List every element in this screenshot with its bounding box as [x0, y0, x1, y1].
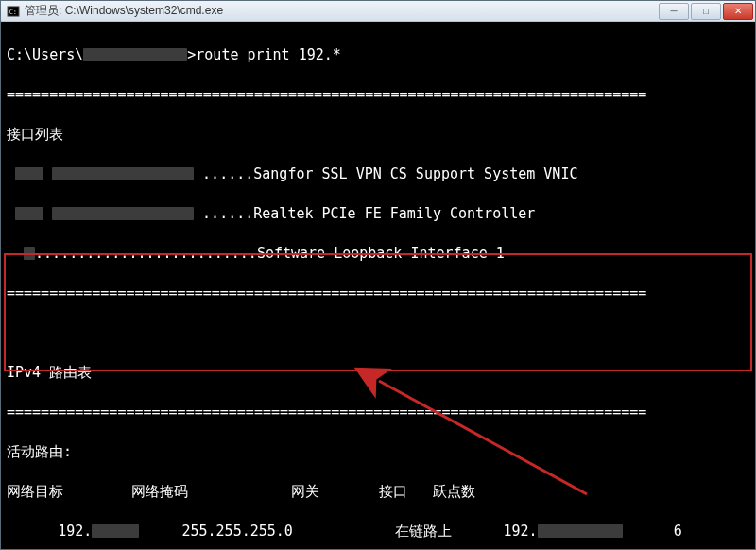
close-button[interactable]: ✕: [723, 3, 753, 20]
prompt-line: C:\Users\>route print 192.*: [7, 45, 749, 65]
minimize-button[interactable]: ─: [659, 3, 689, 20]
svg-text:C:: C:: [9, 8, 17, 15]
svg-line-2: [379, 381, 587, 494]
redacted-username: [83, 48, 187, 61]
route-highlight-box: [4, 253, 752, 371]
route-columns-header: 网络目标 网络掩码 网关 接口 跃点数: [7, 482, 749, 502]
route-row-0: 192. 255.255.255.0 在链路上 192. 6: [7, 522, 749, 541]
command-text: route print 192.*: [196, 46, 341, 63]
iface-row-1: ......Realtek PCIe FE Family Controller: [7, 204, 749, 224]
window-title: 管理员: C:\Windows\system32\cmd.exe: [25, 3, 657, 19]
iface-row-0: ......Sangfor SSL VPN CS Support System …: [7, 164, 749, 184]
cmd-icon: C:: [7, 5, 20, 18]
interface-list-header: 接口列表: [7, 125, 749, 145]
ipv4-route-table-header: IPv4 路由表: [7, 363, 749, 383]
iface-row-2: ..........................Software Loopb…: [7, 244, 749, 264]
cmd-window: C: 管理员: C:\Windows\system32\cmd.exe ─ □ …: [0, 0, 756, 550]
separator: ========================================…: [7, 403, 749, 422]
separator: ========================================…: [7, 284, 749, 303]
maximize-button[interactable]: □: [691, 3, 721, 20]
active-routes-label: 活动路由:: [7, 442, 749, 462]
separator: ========================================…: [7, 85, 749, 105]
terminal-output[interactable]: C:\Users\>route print 192.* ============…: [1, 22, 755, 549]
window-controls: ─ □ ✕: [657, 3, 753, 20]
titlebar[interactable]: C: 管理员: C:\Windows\system32\cmd.exe ─ □ …: [1, 1, 755, 22]
